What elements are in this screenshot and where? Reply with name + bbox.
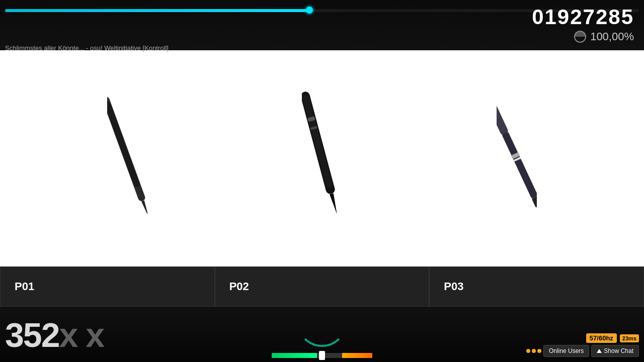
progress-handle (306, 7, 313, 14)
pen-item-p02[interactable] (225, 83, 420, 234)
song-info: Schlimmstes aller Könnte... - osu! Welti… (5, 44, 169, 52)
accuracy-display: 100,00% (574, 30, 634, 43)
pen-label-p01[interactable]: P01 (0, 266, 215, 307)
fps-max: 60hz (599, 334, 613, 342)
pen-gallery (0, 50, 644, 266)
pen-image-p01 (77, 83, 178, 234)
fps-value: 57 (590, 334, 597, 342)
svg-rect-9 (502, 132, 537, 199)
show-chat-button[interactable]: Show Chat (591, 345, 639, 357)
timeline-bar[interactable] (272, 353, 372, 358)
svg-marker-2 (141, 201, 147, 218)
svg-marker-7 (330, 193, 339, 215)
score-display: 01927285 (532, 5, 634, 29)
fps-badge: 57/60hz (586, 333, 617, 343)
pen-image-p03 (466, 83, 567, 234)
dot-2 (532, 349, 536, 353)
timeline-cursor (319, 351, 325, 360)
accuracy-value: 100,00% (590, 30, 634, 43)
progress-fill (5, 9, 309, 12)
combo-suffix: x x (59, 316, 104, 354)
dot-indicators (526, 349, 541, 353)
fps-ms-row: 57/60hz 23ms (586, 333, 639, 343)
pen-label-p02[interactable]: P02 (215, 266, 430, 307)
main-area: P01 P02 P03 (0, 50, 644, 307)
timeline-fill-left (272, 353, 317, 358)
svg-rect-4 (302, 95, 333, 189)
teal-arc (297, 317, 347, 347)
chat-icon (597, 349, 602, 353)
pen-label-p03[interactable]: P03 (429, 266, 644, 307)
top-bar: 01927285 100,00% Schlimmstes aller Könnt… (0, 0, 644, 50)
online-users-button[interactable]: Online Users (543, 345, 589, 357)
pen-item-p03[interactable] (419, 83, 614, 234)
pen-svg-p01 (107, 88, 147, 229)
combo-value: 352 (5, 316, 59, 354)
pen-image-p02 (272, 83, 372, 234)
accuracy-icon (574, 31, 586, 43)
pen-svg-p03 (497, 88, 537, 229)
bottom-right-panel: 57/60hz 23ms Online Users Show Chat (526, 333, 639, 357)
ms-badge: 23ms (620, 334, 639, 342)
online-users-label: Online Users (549, 347, 584, 354)
timeline-fill-right (342, 353, 372, 358)
show-chat-label: Show Chat (604, 347, 633, 354)
pen-labels-row: P01 P02 P03 (0, 266, 644, 307)
dot-1 (526, 349, 530, 353)
bottom-actions: Online Users Show Chat (526, 345, 639, 357)
combo-display: 352x x (5, 318, 104, 352)
svg-rect-8 (497, 97, 509, 136)
pen-svg-p02 (302, 85, 342, 231)
dot-3 (537, 349, 541, 353)
bottom-bar: 352x x 57/60hz 23ms Online Users (0, 307, 644, 362)
svg-rect-1 (107, 101, 140, 188)
pen-item-p01[interactable] (30, 83, 225, 234)
